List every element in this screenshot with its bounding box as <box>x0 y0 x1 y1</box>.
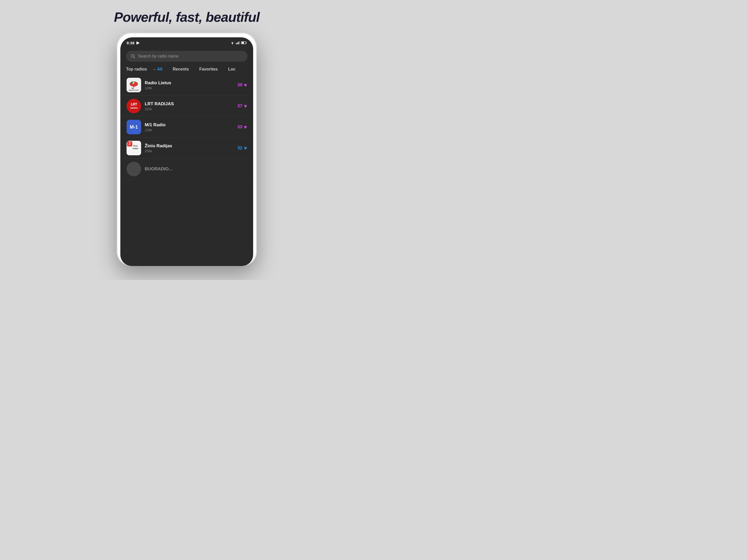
search-placeholder: Search by radio name <box>138 54 179 59</box>
signal-icon <box>236 41 240 45</box>
tabs-row: Top radios → All Recents Favorites Loc <box>120 64 253 75</box>
heart-icon: ♥ <box>244 103 247 109</box>
battery-icon <box>241 41 247 44</box>
svg-text:Ž: Ž <box>129 142 130 146</box>
phone-mockup: 9:38 ▶ <box>117 33 257 266</box>
radio-info: BUORADIO... <box>145 166 247 171</box>
heart-icon: ♥ <box>244 82 247 88</box>
heart-icon: ♥ <box>244 145 247 151</box>
radio-info: M/1 Radio 128k <box>145 123 234 132</box>
radio-item[interactable]: M-1 M/1 Radio 128k 33 ♥ <box>123 117 251 138</box>
svg-rect-7 <box>241 42 244 44</box>
tab-recents[interactable]: Recents <box>173 67 189 72</box>
radio-bitrate: 128k <box>145 86 234 90</box>
radio-likes: 33 ♥ <box>237 124 247 130</box>
page-title: Powerful, fast, beautiful <box>114 9 260 25</box>
play-icon: ▶ <box>136 41 139 45</box>
radio-likes: 32 ♥ <box>237 145 247 151</box>
svg-text:RADIJO STOTIS: RADIJO STOTIS <box>129 89 139 91</box>
radio-info: Žiniu Radijas 256k <box>145 143 234 153</box>
radio-name: LRT RADIJAS <box>145 101 234 107</box>
phone-screen: 9:38 ▶ <box>120 37 253 266</box>
svg-line-9 <box>134 57 135 58</box>
svg-rect-4 <box>239 41 240 44</box>
like-count: 39 <box>237 82 242 88</box>
svg-text:RADIJAS: RADIJAS <box>130 107 138 109</box>
svg-rect-3 <box>238 42 239 44</box>
status-bar: 9:38 ▶ <box>120 37 253 47</box>
tab-favorites[interactable]: Favorites <box>199 67 217 72</box>
svg-rect-1 <box>236 43 237 44</box>
radio-name: M/1 Radio <box>145 123 234 128</box>
heart-icon: ♥ <box>244 124 247 130</box>
radio-likes: 37 ♥ <box>237 103 247 109</box>
svg-point-23 <box>127 162 141 176</box>
svg-rect-6 <box>246 42 247 44</box>
svg-text:Žinių: Žinių <box>133 145 138 147</box>
svg-point-0 <box>232 44 233 44</box>
radio-bitrate: 256k <box>145 149 234 153</box>
radio-likes: 39 ♥ <box>237 82 247 88</box>
search-icon <box>131 54 135 59</box>
wifi-icon <box>230 41 235 45</box>
radio-bitrate: 322k <box>145 107 234 111</box>
radio-logo-lietus: RADIJO STOTIS <box>127 78 141 92</box>
status-left: 9:38 ▶ <box>127 41 139 45</box>
tab-local[interactable]: Loc <box>228 67 235 72</box>
radio-item[interactable]: RADIJO STOTIS Radio Lietus 128k 39 ♥ <box>123 75 251 96</box>
like-count: 33 <box>237 125 242 130</box>
radio-logo-m1: M-1 <box>127 120 141 134</box>
svg-rect-2 <box>237 42 238 44</box>
radio-item[interactable]: BUORADIO... <box>123 159 251 180</box>
radio-logo-last <box>127 162 141 176</box>
tab-arrow: → <box>152 67 156 72</box>
radio-info: Radio Lietus 128k <box>145 80 234 90</box>
radio-name: Radio Lietus <box>145 80 234 85</box>
bottom-fade <box>120 245 253 266</box>
radio-item[interactable]: LRT RADIJAS LRT RADIJAS 322k 37 ♥ <box>123 96 251 117</box>
radio-logo-lrt: LRT RADIJAS <box>127 99 141 113</box>
like-count: 37 <box>237 103 242 109</box>
radio-name: Žiniu Radijas <box>145 143 234 149</box>
tab-all[interactable]: All <box>157 67 162 72</box>
radio-bitrate: 128k <box>145 128 234 132</box>
time-display: 9:38 <box>127 41 134 45</box>
like-count: 32 <box>237 145 242 151</box>
tab-top-radios[interactable]: Top radios <box>126 67 147 72</box>
radio-logo-ziniu: Ž Žinių radijas <box>127 141 141 155</box>
radio-list: RADIJO STOTIS Radio Lietus 128k 39 ♥ <box>120 75 253 180</box>
svg-text:M-1: M-1 <box>130 125 138 130</box>
radio-item[interactable]: Ž Žinių radijas Žiniu Radijas 256k 32 ♥ <box>123 138 251 159</box>
status-right <box>230 41 247 45</box>
radio-name: BUORADIO... <box>145 166 247 171</box>
svg-text:LRT: LRT <box>131 102 137 106</box>
radio-info: LRT RADIJAS 322k <box>145 101 234 111</box>
search-bar[interactable]: Search by radio name <box>126 51 248 62</box>
svg-text:radijas: radijas <box>132 148 138 150</box>
